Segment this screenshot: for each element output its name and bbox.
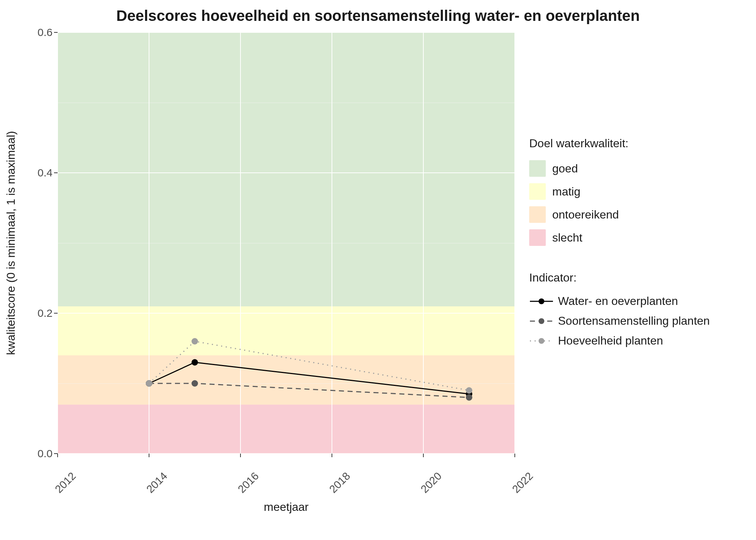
svg-point-3 [539, 318, 544, 324]
x-tick-label: 2022 [510, 470, 535, 495]
legend-indicator-block: Indicator: Water- en oeverplantenSoorten… [529, 271, 745, 347]
legend-line-icon [529, 295, 554, 308]
y-tick-mark [54, 32, 58, 33]
legend-quality-item: ontoereikend [529, 206, 745, 223]
series-point [146, 380, 152, 387]
x-tick-label: 2014 [144, 470, 170, 495]
legend-line-icon [529, 315, 554, 328]
x-tick-mark [149, 454, 149, 457]
y-tick-mark [54, 172, 58, 173]
legend-quality-title: Doel waterkwaliteit: [529, 137, 745, 150]
series-point [192, 380, 198, 387]
x-tick-mark [240, 454, 241, 457]
legend-swatch [529, 160, 546, 177]
legend-indicator-item: Hoeveelheid planten [529, 334, 745, 347]
legend-line-icon [529, 334, 554, 347]
legend-quality-block: Doel waterkwaliteit: goedmatigontoereike… [529, 137, 745, 246]
svg-point-1 [539, 298, 544, 304]
legend-swatch [529, 183, 546, 200]
x-tick-mark [423, 454, 424, 457]
x-tick-label: 2012 [53, 470, 78, 495]
x-axis: 201220142016201820202022 meetjaar [58, 454, 515, 526]
y-tick-label: 0.6 [9, 26, 53, 39]
chart-lines [58, 32, 515, 454]
chart-title: Deelscores hoeveelheid en soortensamenst… [0, 7, 756, 24]
x-tick-mark [332, 454, 332, 457]
svg-point-5 [539, 338, 544, 344]
legend: Doel waterkwaliteit: goedmatigontoereike… [529, 137, 745, 373]
x-tick-label: 2018 [327, 470, 352, 495]
x-tick-label: 2020 [418, 470, 444, 495]
series-point [466, 394, 472, 401]
x-tick-mark [57, 454, 58, 457]
series-point [192, 359, 198, 366]
y-axis-title: kwaliteitscore (0 is minimaal, 1 is maxi… [4, 131, 18, 355]
x-tick-label: 2016 [235, 470, 261, 495]
legend-label: Water- en oeverplanten [558, 294, 678, 308]
series-point [192, 338, 198, 345]
legend-label: slecht [552, 231, 582, 244]
legend-quality-item: slecht [529, 229, 745, 246]
legend-label: Soortensamenstelling planten [558, 314, 710, 328]
y-axis: 0.00.20.40.6 kwaliteitscore (0 is minima… [0, 32, 58, 454]
legend-label: matig [552, 185, 580, 198]
plot-area [58, 32, 515, 454]
legend-indicator-item: Soortensamenstelling planten [529, 314, 745, 328]
x-tick-mark [514, 454, 515, 457]
y-tick-mark [54, 313, 58, 314]
y-tick-label: 0.0 [9, 447, 53, 460]
legend-label: Hoeveelheid planten [558, 334, 663, 347]
legend-label: ontoereikend [552, 208, 619, 221]
x-axis-title: meetjaar [264, 500, 309, 514]
legend-label: goed [552, 162, 578, 175]
legend-indicator-item: Water- en oeverplanten [529, 294, 745, 308]
legend-swatch [529, 206, 546, 223]
series-point [466, 387, 472, 394]
legend-swatch [529, 229, 546, 246]
legend-quality-item: matig [529, 183, 745, 200]
legend-indicator-title: Indicator: [529, 271, 745, 284]
chart-container: Deelscores hoeveelheid en soortensamenst… [0, 0, 756, 540]
legend-quality-item: goed [529, 160, 745, 177]
